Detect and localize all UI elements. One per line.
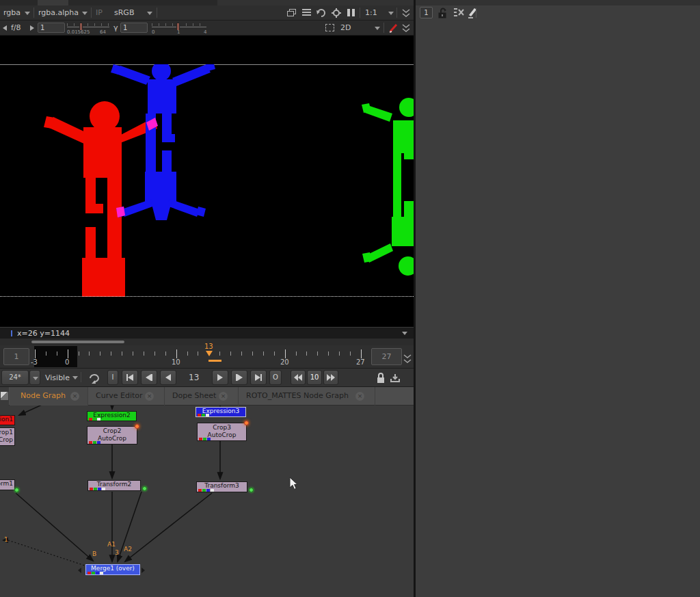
node-expression3[interactable]: Expression3 (196, 407, 246, 417)
node-error-dot (135, 424, 139, 429)
lock-range-icon[interactable] (376, 372, 386, 384)
gamma-input[interactable]: 1 (120, 23, 148, 33)
input-process-toggle[interactable]: IP (96, 8, 103, 17)
merge-input-label-a3: 3 (115, 549, 119, 556)
channel-indicators (90, 488, 106, 490)
node-merge1[interactable]: Merge1 (over) (85, 564, 140, 575)
cursor-marker-icon (11, 330, 12, 336)
divider (91, 8, 92, 18)
set-in-point-button[interactable]: I (107, 370, 118, 385)
channel-indicators (198, 414, 210, 416)
jump-forward-increment-button[interactable] (323, 370, 338, 385)
go-to-start-button[interactable] (122, 370, 138, 385)
fps-select[interactable]: 24* (1, 370, 29, 385)
tab-roto-mattes-node-graph[interactable]: ROTO_MATTES Node Graph × (238, 387, 375, 406)
alpha-channel-select[interactable]: rgba.alpha (38, 8, 79, 17)
viewer-canvas[interactable] (0, 36, 414, 327)
frame-increment-field[interactable]: 10 (307, 370, 322, 385)
node-label: Crop1 (0, 428, 13, 436)
range-start-box[interactable]: 1 (3, 348, 29, 365)
tab-label: Curve Editor (96, 391, 143, 400)
node-expression1[interactable]: Expression1 (0, 415, 15, 425)
node-expression2[interactable]: Expression2 (87, 411, 137, 421)
play-backward-button[interactable] (160, 370, 176, 385)
node-transform2[interactable]: Transform2 (88, 480, 141, 491)
timeline-scrollbar-thumb[interactable] (31, 341, 124, 343)
playhead-icon[interactable] (206, 351, 213, 356)
go-to-end-button[interactable] (250, 370, 267, 385)
step-back-button[interactable] (141, 370, 157, 385)
pixel-coordinates: x=26 y=1144 (17, 329, 70, 338)
range-mode-select[interactable]: Visible (45, 373, 70, 382)
gain-min-label: 0.015625 (67, 29, 90, 35)
coordinate-bar: x=26 y=1144 (0, 327, 414, 339)
chevron-double-down-icon[interactable] (403, 354, 412, 364)
node-label: Expression1 (0, 416, 13, 423)
red-annotate-pencil-icon[interactable] (388, 23, 399, 34)
step-forward-button[interactable] (231, 370, 247, 385)
pause-icon[interactable] (347, 9, 357, 18)
divider (383, 23, 384, 33)
node-crop3[interactable]: Crop3 AutoCrop (197, 423, 247, 441)
gamma-symbol: γ (113, 23, 118, 32)
current-frame-field[interactable]: 13 (189, 373, 199, 382)
loop-mode-icon[interactable] (88, 372, 101, 384)
chevron-down-icon[interactable] (388, 12, 394, 15)
view-mode-select[interactable]: 2D (340, 23, 351, 32)
tab-curve-editor[interactable]: Curve Editor × (88, 387, 164, 406)
tab-dope-sheet[interactable]: Dope Sheet × (164, 387, 238, 406)
node-transform3[interactable]: Transform3 (196, 481, 247, 492)
node-indicator-dot (249, 488, 254, 492)
tab-node-graph[interactable]: Node Graph × (10, 387, 88, 406)
max-panels-field[interactable]: 1 (420, 7, 433, 18)
chevron-down-icon[interactable] (147, 12, 152, 15)
viewer-tab-stub[interactable] (38, 0, 68, 5)
fps-dropdown-button[interactable] (29, 370, 40, 385)
close-icon[interactable]: × (219, 392, 228, 401)
tick-label: 27 (356, 358, 365, 366)
lock-panels-icon[interactable] (438, 7, 448, 19)
chevron-double-down-icon[interactable] (401, 8, 411, 18)
node-graph-canvas[interactable]: Expression1 Crop1 AutoCrop Transform1 Ex… (0, 406, 414, 597)
viewer-toolbar: rgba rgba.alpha IP sRGB 1:1 (0, 5, 414, 21)
monitor-output-icon[interactable] (287, 9, 297, 17)
zoom-level-select[interactable]: 1:1 (365, 8, 377, 17)
chevron-down-icon[interactable] (72, 376, 78, 380)
tick-label: 10 (172, 358, 180, 366)
range-end-box[interactable]: 27 (371, 348, 402, 365)
gamma-max-label: 4 (204, 29, 206, 35)
chevron-double-down-icon[interactable] (401, 23, 411, 33)
set-out-point-button[interactable]: O (269, 370, 282, 385)
panel-tab-bar: Node Graph × Curve Editor × Dope Sheet ×… (0, 387, 414, 406)
chevron-down-icon[interactable] (375, 27, 380, 30)
chevron-down-icon[interactable] (25, 12, 30, 15)
close-icon[interactable]: × (70, 392, 79, 401)
colorspace-select[interactable]: sRGB (114, 8, 134, 17)
roi-region-icon[interactable] (325, 24, 334, 31)
update-gear-icon[interactable] (331, 8, 342, 18)
chevron-down-icon[interactable] (402, 332, 407, 335)
close-all-panels-icon[interactable] (453, 7, 465, 18)
gamma-min-label: 0 (152, 29, 154, 35)
refresh-icon[interactable] (316, 8, 327, 18)
gain-input[interactable]: 1 (38, 23, 65, 33)
timeline[interactable]: 1 -3 0 10 20 27 13 27 (0, 345, 414, 368)
gain-max-label: 64 (100, 29, 106, 35)
pane-menu-icon[interactable] (0, 387, 9, 406)
close-icon[interactable]: × (355, 392, 364, 401)
node-crop2[interactable]: Crop2 AutoCrop (87, 426, 137, 445)
proxy-lines-icon[interactable] (302, 9, 311, 17)
node-crop1[interactable]: Crop1 AutoCrop (0, 427, 15, 446)
fstop-increase-icon[interactable] (30, 25, 34, 31)
play-forward-button[interactable] (212, 370, 228, 385)
timeline-out-of-range-zone (34, 346, 77, 367)
node-transform1[interactable]: Transform1 (0, 479, 15, 490)
close-icon[interactable]: × (145, 392, 154, 401)
fstop-decrease-icon[interactable] (3, 25, 7, 31)
channel-indicators (88, 572, 104, 574)
chevron-down-icon[interactable] (82, 12, 88, 15)
export-frames-icon[interactable] (390, 373, 401, 383)
gain-slider[interactable] (67, 27, 109, 27)
channel-select[interactable]: rgba (3, 8, 21, 17)
jump-back-increment-button[interactable] (291, 370, 306, 385)
